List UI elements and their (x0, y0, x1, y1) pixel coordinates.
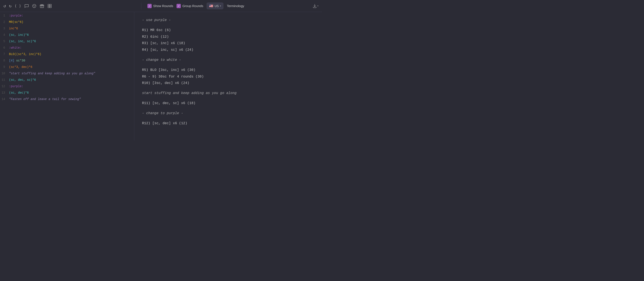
svg-rect-7 (48, 4, 50, 6)
preview-normal-line: R10) [3sc, dec] x6 (24) (142, 80, 314, 86)
preview-pane: - use purple -R1) MR 6sc (6)R2) 6inc (12… (134, 12, 322, 141)
token: :purple: (9, 14, 23, 17)
line-content: (sc*3, dec)*6 (9, 65, 134, 69)
group-rounds-toggle[interactable]: Group Rounds (176, 4, 203, 8)
line-number: 8 (0, 59, 9, 62)
redo-icon[interactable]: ↻ (9, 3, 12, 9)
code-line: 12:purple: (0, 84, 134, 91)
palette-icon[interactable] (32, 4, 36, 8)
line-number: 11 (0, 78, 9, 82)
preview-spacer (142, 117, 314, 120)
token: :white: (9, 46, 22, 50)
preview-normal-line: R4) [sc, inc, sc] x6 (24) (142, 47, 314, 53)
code-line: 1:purple: (0, 14, 134, 20)
token: (sc, dec)*6 (9, 91, 29, 94)
preview-italic-line: - use purple - (142, 17, 314, 23)
language-flag: 🇺🇸 (209, 4, 213, 8)
token: (sc, inc)*6 (9, 33, 29, 37)
preview-spacer (142, 24, 314, 27)
code-line: 13(sc, dec)*6 (0, 91, 134, 97)
token: "Fasten off and leave a tail for sewing" (9, 97, 81, 101)
preview-normal-line: R11) [sc, dec, sc] x6 (18) (142, 100, 314, 106)
line-content: (sc, dec, sc)*6 (9, 78, 134, 82)
preview-normal-line: R1) MR 6sc (6) (142, 27, 314, 34)
token: :purple: (9, 85, 23, 88)
token: inc*6 (9, 27, 18, 30)
token: (sc, dec, sc)*6 (9, 78, 36, 82)
token: BLO((sc*3, inc)*6) (9, 53, 41, 56)
line-content: MR(sc*6) (9, 20, 134, 24)
line-number: 10 (0, 72, 9, 75)
language-dropdown[interactable]: 🇺🇸 US ▾ (207, 3, 223, 9)
code-line: 4(sc, inc)*6 (0, 33, 134, 39)
preview-italic-line: start stuffing and keep adding as you go… (142, 90, 314, 96)
preview-spacer (142, 107, 314, 110)
preview-spacer (142, 54, 314, 57)
line-number: 5 (0, 40, 9, 43)
editor-pane: 1:purple:2MR(sc*6)3inc*64(sc, inc)*65(sc… (0, 12, 134, 141)
preview-normal-line: R12) [sc, dec] x6 (12) (142, 120, 314, 127)
preview-normal-line: R3) [sc, inc] x6 (18) (142, 40, 314, 47)
code-line: 3inc*6 (0, 27, 134, 33)
code-line: 7BLO((sc*3, inc)*6) (0, 52, 134, 59)
toolbar-divider (141, 3, 142, 9)
line-number: 4 (0, 33, 9, 37)
svg-rect-10 (50, 6, 51, 8)
preview-spacer (142, 97, 314, 100)
svg-point-0 (32, 4, 36, 8)
code-line: 14"Fasten off and leave a tail for sewin… (0, 97, 134, 104)
toolbar-right-end: ▾ (312, 4, 318, 8)
token: (sc*3, dec)*6 (9, 65, 32, 69)
svg-point-2 (34, 5, 35, 6)
svg-point-3 (34, 6, 34, 7)
token: (sc, inc, sc)*6 (9, 40, 36, 43)
preview-spacer (142, 64, 314, 67)
preview-normal-line: R5) BLO [3sc, inc] x6 (30) (142, 67, 314, 73)
undo-icon[interactable]: ↺ (4, 3, 6, 9)
line-number: 14 (0, 97, 9, 101)
token: sc*30 (14, 59, 25, 62)
preview-spacer (142, 87, 314, 90)
toolbar-left: ↺ ↻ ( ) (4, 3, 138, 9)
code-line: 5(sc, inc, sc)*6 (0, 39, 134, 46)
grid-icon[interactable] (47, 4, 52, 8)
svg-point-1 (33, 5, 34, 6)
code-line: 9(sc*3, dec)*6 (0, 65, 134, 72)
preview-normal-line: R6 - 9) 30sc for 4 rounds (30) (142, 74, 314, 80)
code-line: 2MR(sc*6) (0, 20, 134, 27)
language-code: US (214, 4, 219, 8)
chevron-down-icon: ▾ (220, 5, 221, 7)
preview-italic-line: - change to purple - (142, 110, 314, 117)
gift-icon[interactable] (40, 4, 44, 8)
group-rounds-label: Group Rounds (182, 4, 203, 8)
line-number: 6 (0, 46, 9, 50)
show-rounds-checkbox[interactable] (148, 4, 152, 8)
line-content: (sc, inc, sc)*6 (9, 40, 134, 43)
line-number: 7 (0, 53, 9, 56)
parentheses-icon[interactable]: ( ) (14, 4, 21, 8)
show-rounds-label: Show Rounds (153, 4, 173, 8)
line-number: 9 (0, 65, 9, 69)
line-content: BLO((sc*3, inc)*6) (9, 53, 134, 56)
line-number: 2 (0, 20, 9, 24)
line-content: "start stuffing and keep adding as you g… (9, 72, 134, 75)
terminology-button[interactable]: Terminology (227, 4, 244, 8)
svg-rect-9 (48, 6, 50, 8)
group-rounds-checkbox[interactable] (176, 4, 181, 8)
line-number: 1 (0, 14, 9, 17)
download-icon[interactable]: ▾ (312, 4, 318, 8)
line-content: :white: (9, 46, 134, 50)
line-content: :purple: (9, 85, 134, 88)
line-content: "Fasten off and leave a tail for sewing" (9, 97, 134, 101)
show-rounds-toggle[interactable]: Show Rounds (148, 4, 173, 8)
comment-icon[interactable] (24, 4, 29, 8)
token: [4] (9, 59, 14, 62)
token: "start stuffing and keep adding as you g… (9, 72, 95, 75)
line-content: (sc, dec)*6 (9, 91, 134, 94)
line-number: 13 (0, 91, 9, 94)
preview-normal-line: R2) 6inc (12) (142, 34, 314, 40)
code-line: 6:white: (0, 46, 134, 52)
code-line: 11(sc, dec, sc)*6 (0, 78, 134, 84)
code-line: 10"start stuffing and keep adding as you… (0, 72, 134, 78)
code-line: 8[4] sc*30 (0, 59, 134, 65)
